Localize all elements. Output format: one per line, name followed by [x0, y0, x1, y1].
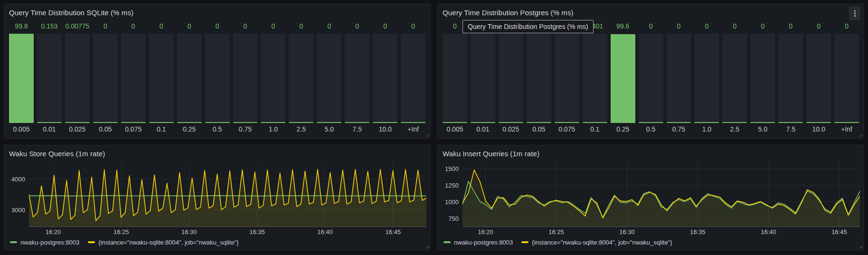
bar-bucket-label: 0.05 [527, 124, 551, 135]
bar-fill [750, 122, 775, 123]
bar-value: 0 [750, 20, 775, 34]
bar-track[interactable] [583, 34, 607, 123]
bar-bucket-label: 2.5 [289, 124, 313, 135]
series-line[interactable] [29, 196, 426, 196]
bar-track[interactable] [834, 34, 859, 123]
x-tick-label: 16:30 [181, 228, 197, 236]
bar-fill [177, 122, 202, 123]
bar-track[interactable] [778, 34, 803, 123]
x-tick-label: 16:30 [619, 228, 635, 236]
bar-bucket-label: 0.005 [443, 124, 467, 135]
bar-fill [443, 122, 467, 123]
x-tick-label: 16:25 [113, 228, 129, 236]
bar-value: 0 [177, 20, 202, 34]
bar-track[interactable] [37, 34, 62, 123]
legend-item-sqlite[interactable]: {instance="nwaku-sqlite:8004", job="nwak… [88, 239, 238, 246]
panel-query-time-postgres: Query Time Distribution Postgres (% ms) … [437, 4, 864, 139]
bar-value: 0 [233, 20, 258, 34]
bar-track[interactable] [611, 34, 635, 123]
bar-value: 0 [93, 20, 118, 34]
bar-track[interactable] [9, 34, 34, 123]
bar-bucket-label: 0.005 [9, 124, 34, 135]
x-axis: 16:2016:2516:3016:3516:4016:45 [29, 227, 426, 236]
bar-bucket-label: 0.5 [205, 124, 230, 135]
panel-menu-kebab-icon[interactable] [849, 6, 860, 20]
y-tick-label: 1500 [445, 165, 459, 172]
bar-gauge-sqlite: 99.80.1530.007750000000000000.0050.010.0… [9, 20, 425, 135]
bar-track[interactable] [93, 34, 118, 123]
panel-title[interactable]: Query Time Distribution SQLite (% ms) [9, 9, 133, 17]
legend-item-postgres[interactable]: nwaku-postgres:8003 [10, 239, 79, 246]
bar-value: 0 [373, 20, 397, 34]
bar-bucket-label: 0.5 [639, 124, 663, 135]
bar-track[interactable] [499, 34, 523, 123]
panel-title[interactable]: Waku Insert Queries (1m rate) [443, 150, 539, 158]
bar-track[interactable] [443, 34, 467, 123]
bar-track[interactable] [471, 34, 495, 123]
bar-track[interactable] [177, 34, 202, 123]
bar-fill [37, 122, 62, 123]
bar-track[interactable] [555, 34, 579, 123]
y-tick-label: 750 [448, 215, 459, 222]
bar-value: 0 [694, 20, 719, 34]
bar-value: 0 [667, 20, 691, 34]
bar-bucket-label: 0.75 [233, 124, 258, 135]
bar-track[interactable] [149, 34, 174, 123]
legend-item-postgres[interactable]: nwaku-postgres:8003 [443, 239, 513, 246]
bar-track[interactable] [401, 34, 425, 123]
bar-track[interactable] [345, 34, 369, 123]
x-axis: 16:2016:2516:3016:3516:4016:45 [462, 227, 860, 236]
bar-bucket-label: 0.01 [471, 124, 495, 135]
bar-value: 99.6 [611, 20, 635, 34]
bar-value: 0 [639, 20, 663, 34]
bar-bucket-label: 0.075 [121, 124, 146, 135]
bar-track[interactable] [373, 34, 397, 123]
bar-track[interactable] [205, 34, 230, 123]
bar-track[interactable] [722, 34, 747, 123]
bar-fill [667, 122, 691, 123]
panel-title[interactable]: Waku Store Queries (1m rate) [9, 150, 105, 158]
bar-value: 0 [149, 20, 174, 34]
bar-bucket-label: 1.0 [694, 124, 719, 135]
bar-bucket-label: 0.075 [555, 124, 579, 135]
bar-value: 0 [401, 20, 425, 34]
bar-fill [289, 122, 313, 123]
x-tick-label: 16:35 [690, 228, 706, 236]
panel-header: Query Time Distribution SQLite (% ms) [4, 4, 430, 20]
bar-fill [233, 122, 258, 123]
bar-fill [583, 122, 607, 123]
panel-waku-insert-queries: Waku Insert Queries (1m rate) 7501000125… [437, 145, 864, 250]
bar-track[interactable] [121, 34, 146, 123]
timeseries-insert: 750100012501500 16:2016:2516:3016:3516:4… [442, 161, 860, 248]
bar-bucket-label: 0.01 [37, 124, 62, 135]
bar-fill [555, 122, 579, 123]
bar-track[interactable] [233, 34, 258, 123]
bar-track[interactable] [527, 34, 551, 123]
x-tick-label: 16:20 [478, 228, 493, 236]
series-color-pill [443, 241, 451, 243]
bar-gauge-postgres: 000000.40199.6000000000.0050.010.0250.05… [443, 20, 859, 135]
bar-value: 0 [317, 20, 341, 34]
bar-fill [345, 122, 369, 123]
x-tick-label: 16:20 [46, 228, 61, 236]
bar-track[interactable] [667, 34, 691, 123]
plot-area[interactable] [462, 161, 860, 227]
bar-track[interactable] [694, 34, 719, 123]
plot-area[interactable] [29, 161, 426, 227]
bar-fill [611, 34, 635, 123]
panel-title[interactable]: Query Time Distribution Postgres (% ms) [443, 9, 574, 17]
bar-track[interactable] [261, 34, 285, 123]
panel-header: Waku Insert Queries (1m rate) [438, 145, 864, 161]
bar-bucket-label: 10.0 [373, 124, 397, 135]
bar-value: 0 [289, 20, 313, 34]
series-color-pill [521, 241, 528, 243]
y-axis: 30004000 [8, 161, 29, 227]
bar-track[interactable] [806, 34, 831, 123]
legend-item-sqlite[interactable]: {instance="nwaku-sqlite:8004", job="nwak… [521, 239, 672, 246]
bar-track[interactable] [750, 34, 775, 123]
bar-track[interactable] [289, 34, 313, 123]
bar-track[interactable] [65, 34, 90, 123]
bar-track[interactable] [639, 34, 663, 123]
bar-track[interactable] [317, 34, 341, 123]
bar-bucket-label: 0.25 [611, 124, 635, 135]
